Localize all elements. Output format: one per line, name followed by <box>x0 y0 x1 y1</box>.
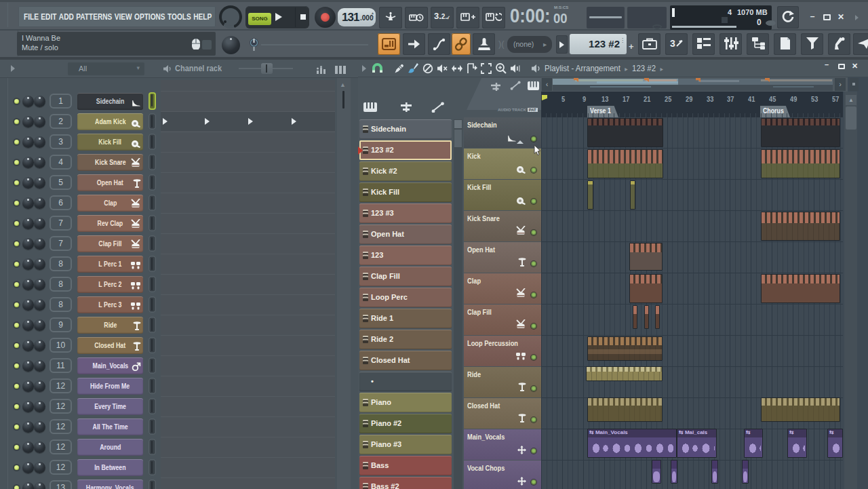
svg-text:3: 3 <box>670 38 675 49</box>
